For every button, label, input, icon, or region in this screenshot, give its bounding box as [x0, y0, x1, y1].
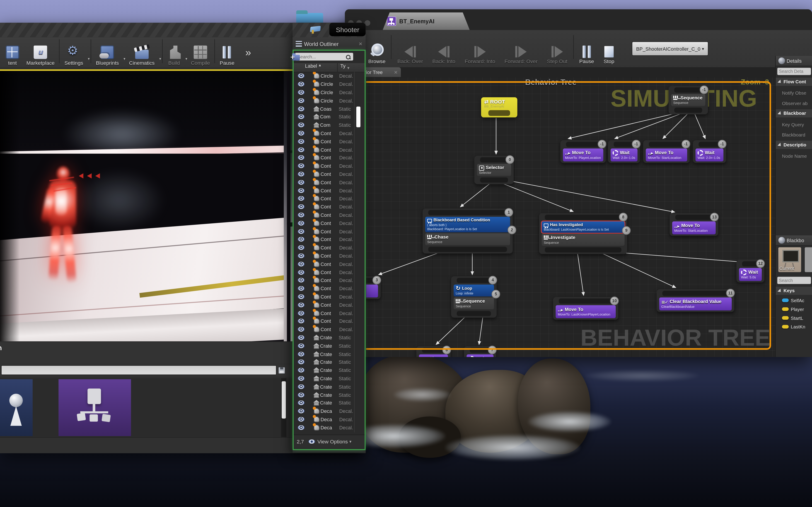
visibility-eye-icon[interactable] — [298, 311, 305, 316]
visibility-eye-icon[interactable] — [298, 172, 305, 176]
outliner-row[interactable]: ContDecal. — [294, 203, 364, 211]
visibility-eye-icon[interactable] — [298, 343, 305, 348]
outliner-row[interactable]: CrateStatic — [294, 366, 364, 374]
outliner-row[interactable]: ContDecal. — [294, 146, 364, 154]
tab-details[interactable]: Details — [776, 56, 812, 66]
outliner-row[interactable]: ContDecal. — [294, 129, 364, 137]
bt-node-shoot[interactable]: 6≡✓ShootShoot — [416, 346, 451, 357]
outliner-scrollbar[interactable] — [356, 107, 360, 127]
node-input-pin[interactable]: 12 — [742, 261, 759, 266]
outliner-row[interactable]: ContDecal. — [294, 243, 364, 252]
node-output-pin[interactable] — [480, 177, 508, 183]
visibility-eye-icon[interactable] — [298, 417, 305, 422]
visibility-eye-icon[interactable] — [298, 90, 305, 95]
bt-node-wait-b[interactable]: -1WaitWait: 2.0+-1.0s — [693, 140, 726, 163]
outliner-row[interactable]: ContDecal. — [294, 284, 364, 293]
visibility-eye-icon[interactable] — [298, 319, 305, 324]
node-input-pin[interactable]: 7 — [470, 348, 490, 353]
section-blackboar[interactable]: Blackboar — [776, 109, 812, 117]
bt-node-wait-a[interactable]: -1WaitWait: 2.0+-1.0s — [608, 140, 640, 163]
visibility-eye-icon[interactable] — [298, 401, 305, 405]
visibility-eye-icon[interactable] — [298, 106, 305, 111]
visibility-eye-icon[interactable] — [298, 213, 305, 217]
tab-behavior-tree-doc[interactable]: vior Tree ✕ — [360, 67, 401, 77]
outliner-row[interactable]: CrateStatic — [294, 391, 364, 399]
node-input-pin[interactable]: 6 — [422, 348, 445, 353]
bt-titlebar[interactable]: BT_EnemyAI ✕ — [345, 9, 812, 31]
bt-node-seq-top[interactable]: -1SequenceSequence — [669, 86, 708, 114]
tent-button[interactable]: tent — [2, 39, 23, 66]
visibility-eye-icon[interactable] — [298, 351, 305, 356]
outliner-row[interactable]: ComStatic — [294, 121, 364, 129]
visibility-eye-icon[interactable] — [298, 98, 305, 103]
visibility-eye-icon[interactable] — [298, 327, 305, 332]
outliner-row[interactable]: CoasStatic — [294, 105, 364, 113]
back-over-button[interactable]: Back: Over — [393, 33, 427, 64]
outliner-row[interactable]: CrateStatic — [294, 399, 364, 407]
bt-node-wait5[interactable]: 12WaitWait: 5.0s — [736, 260, 764, 282]
bt-node-mt-cut[interactable]: 3‥▸Move ToMoveTo: PlayerLocation — [366, 276, 380, 299]
visibility-eye-icon[interactable] — [298, 115, 305, 119]
doc-tab-close-icon[interactable]: ✕ — [394, 69, 398, 75]
panel-close-icon[interactable]: ✕ — [359, 41, 362, 46]
blackboard-key-startl[interactable]: StartL — [776, 315, 812, 322]
visibility-eye-icon[interactable] — [298, 82, 305, 87]
section-flow-cont[interactable]: Flow Cont — [776, 77, 812, 86]
outliner-row[interactable]: ContDecal. — [294, 154, 364, 162]
visibility-eye-icon[interactable] — [298, 368, 305, 373]
outliner-row[interactable]: CrateStatic — [294, 358, 364, 366]
blackboard-new-thumbnail[interactable] — [805, 247, 812, 272]
shooter-titlebar[interactable]: Shooter — [293, 23, 365, 37]
node-input-pin[interactable]: 1 — [428, 210, 507, 215]
node-input-pin[interactable]: -1 — [674, 88, 702, 93]
forward-over-button[interactable]: Forward: Over — [500, 33, 542, 64]
node-output-pin[interactable] — [545, 247, 621, 252]
visibility-eye-icon[interactable] — [298, 392, 305, 397]
outliner-row[interactable]: CircleDecal. — [294, 80, 364, 88]
toolbar-overflow-chevron[interactable]: » — [245, 46, 251, 59]
visibility-eye-icon[interactable] — [298, 245, 305, 250]
assets-scrollbar[interactable] — [281, 378, 286, 437]
dropdown-caret-icon[interactable]: ▾ — [123, 57, 125, 67]
outliner-row[interactable]: ContDecal. — [294, 170, 364, 178]
bt-node-wait1[interactable]: 7WaitWait: 1.0s — [464, 346, 496, 357]
outliner-row[interactable]: ContDecal. — [294, 317, 364, 325]
tab-close-icon[interactable]: ✕ — [462, 18, 466, 24]
visibility-eye-icon[interactable] — [298, 335, 305, 340]
outliner-row[interactable]: DecaDecal. — [294, 415, 364, 423]
bt-node-mt-start-b[interactable]: 13‥▸Move ToMoveTo: StartLocation — [669, 213, 718, 236]
bt-node-root[interactable]: ⇄ROOTBB_EnemyAI — [481, 97, 517, 117]
outliner-row[interactable]: DecaDecal. — [294, 407, 364, 415]
outliner-row[interactable]: ContDecal. — [294, 162, 364, 170]
blackboard-key-player[interactable]: Player — [776, 306, 812, 313]
outliner-column-headers[interactable]: Label ▲ Ty ▼ — [294, 63, 364, 72]
outliner-row[interactable]: ContDecal. — [294, 325, 364, 333]
bt-node-selector[interactable]: 0SelectorSelector — [474, 156, 514, 184]
visibility-eye-icon[interactable] — [298, 180, 305, 185]
bt-node-loop[interactable]: 4↻LoopLoop: infinite5SequenceSequence — [451, 276, 497, 318]
visibility-eye-icon[interactable] — [298, 237, 305, 242]
visibility-eye-icon[interactable] — [298, 147, 305, 152]
decorator[interactable]: Blackboard Based Condition( aborts both … — [425, 217, 510, 232]
outliner-row[interactable]: CircleDecal. — [294, 72, 364, 80]
debug-object-dropdown[interactable]: BP_ShooterAIController_C_0 ▾ — [632, 42, 708, 56]
outliner-search-input[interactable]: Search... — [295, 53, 353, 60]
build-button[interactable]: Build — [164, 39, 184, 66]
new-folder-icon[interactable] — [292, 55, 300, 60]
node-input-pin[interactable]: 4 — [457, 278, 491, 283]
visibility-eye-icon[interactable] — [298, 294, 305, 299]
visibility-eye-icon[interactable] — [298, 188, 305, 193]
visibility-eye-icon[interactable] — [298, 302, 305, 307]
bt-node-chase[interactable]: 1Blackboard Based Condition( aborts both… — [422, 209, 513, 253]
settings-button[interactable]: Settings — [61, 39, 87, 66]
dropdown-caret-icon[interactable]: ▾ — [185, 57, 187, 67]
outliner-row[interactable]: ContDecal. — [294, 219, 364, 227]
node-output-pin[interactable] — [674, 108, 702, 113]
visibility-eye-icon[interactable] — [298, 123, 305, 127]
node-input-pin[interactable]: 10 — [559, 298, 613, 304]
node-input-pin[interactable]: -1 — [614, 142, 635, 147]
visibility-eye-icon[interactable] — [298, 73, 305, 78]
browse-button[interactable]: Browse — [364, 33, 390, 64]
save-icon[interactable] — [279, 368, 285, 374]
bt-node-invest[interactable]: 8Has InvestigatedBlackboard: LastKnownPl… — [539, 213, 627, 254]
